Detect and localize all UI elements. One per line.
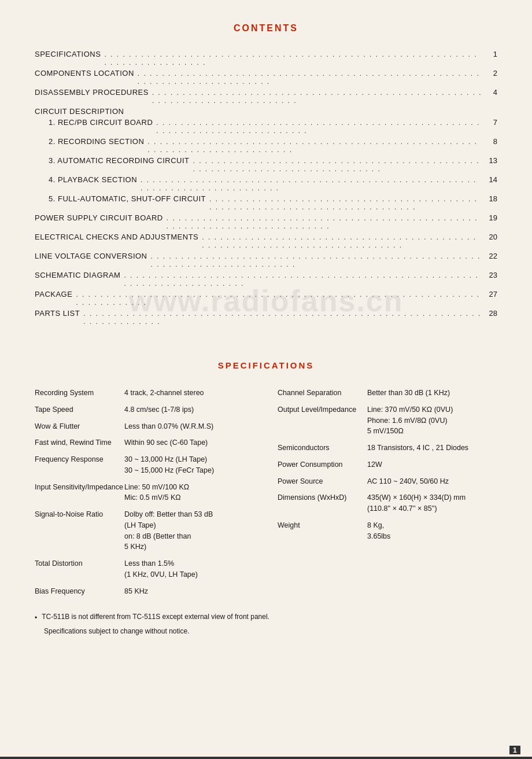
spec-item: Input Sensitivity/ImpedanceLine: 50 mV/1… bbox=[35, 482, 254, 504]
specs-columns: Recording System4 track, 2-channel stere… bbox=[35, 388, 497, 602]
spec-label: Tape Speed bbox=[35, 404, 124, 415]
toc-dots: . . . . . . . . . . . . . . . . . . . . … bbox=[104, 50, 482, 67]
spec-item: Power Consumption12W bbox=[278, 459, 497, 470]
spec-label: Semiconductors bbox=[278, 443, 367, 454]
contents-title: CONTENTS bbox=[35, 23, 497, 34]
page-wrapper: CONTENTS SPECIFICATIONS. . . . . . . . .… bbox=[0, 0, 532, 759]
toc-item-label: 4. PLAYBACK SECTION bbox=[49, 175, 137, 184]
spec-item: Wow & FlutterLess than 0.07% (W.R.M.S) bbox=[35, 421, 254, 432]
toc-item: 2. RECORDING SECTION. . . . . . . . . . … bbox=[35, 137, 497, 154]
spec-note-text: TC-511B is not different from TC-511S ex… bbox=[42, 611, 269, 622]
toc-dots: . . . . . . . . . . . . . . . . . . . . … bbox=[76, 290, 482, 307]
toc-page-number: 27 bbox=[486, 290, 497, 299]
toc-page-number: 13 bbox=[486, 156, 497, 165]
spec-value: 8 Kg,3.65lbs bbox=[367, 520, 497, 542]
toc-item-label: PARTS LIST bbox=[35, 309, 80, 318]
spec-label: Channel Separation bbox=[278, 388, 367, 399]
spec-item: Channel SeparationBetter than 30 dB (1 K… bbox=[278, 388, 497, 399]
spec-value: 12W bbox=[367, 459, 497, 470]
toc-item: DISASSEMBLY PROCEDURES. . . . . . . . . … bbox=[35, 88, 497, 105]
spec-item: Total DistortionLess than 1.5%(1 KHz, 0V… bbox=[35, 558, 254, 580]
toc-page-number: 2 bbox=[486, 69, 497, 78]
toc-item: COMPONENTS LOCATION. . . . . . . . . . .… bbox=[35, 69, 497, 86]
contents-section: CONTENTS SPECIFICATIONS. . . . . . . . .… bbox=[35, 23, 497, 326]
spec-label: Weight bbox=[278, 520, 367, 531]
spec-label: Total Distortion bbox=[35, 558, 124, 569]
toc-page-number: 4 bbox=[486, 88, 497, 97]
toc-dots: . . . . . . . . . . . . . . . . . . . . … bbox=[83, 310, 482, 326]
toc-page-number: 18 bbox=[486, 194, 497, 203]
toc-page-number: 20 bbox=[486, 233, 497, 241]
spec-value: Dolby off: Better than 53 dB (LH Tape) o… bbox=[124, 509, 254, 552]
spec-value: 85 KHz bbox=[124, 586, 254, 597]
toc-item: 4. PLAYBACK SECTION. . . . . . . . . . .… bbox=[35, 175, 497, 192]
toc-item-label: POWER SUPPLY CIRCUIT BOARD bbox=[35, 213, 163, 222]
toc-dots: . . . . . . . . . . . . . . . . . . . . … bbox=[141, 176, 482, 192]
toc-page-number: 22 bbox=[486, 252, 497, 260]
toc-page-number: 1 bbox=[486, 50, 497, 58]
toc-page-number: 14 bbox=[486, 175, 497, 184]
specs-notes: •TC-511B is not different from TC-511S e… bbox=[35, 611, 497, 637]
toc-item-label: CIRCUIT DESCRIPTION bbox=[35, 107, 124, 116]
spec-label: Fast wind, Rewind Time bbox=[35, 437, 124, 448]
toc-page-number: 28 bbox=[486, 309, 497, 318]
spec-note-bullet: •TC-511B is not different from TC-511S e… bbox=[35, 611, 497, 624]
toc-dots: . . . . . . . . . . . . . . . . . . . . … bbox=[147, 138, 482, 154]
toc-item: SCHEMATIC DIAGRAM. . . . . . . . . . . .… bbox=[35, 271, 497, 288]
toc-page-number: 23 bbox=[486, 271, 497, 279]
spec-item: Output Level/ImpedanceLine: 370 mV/50 KΩ… bbox=[278, 404, 497, 437]
specs-title: SPECIFICATIONS bbox=[35, 360, 497, 370]
toc-dots: . . . . . . . . . . . . . . . . . . . . … bbox=[124, 271, 482, 288]
toc-dots: . . . . . . . . . . . . . . . . . . . . … bbox=[151, 252, 482, 268]
spec-item: Power SourceAC 110 ~ 240V, 50/60 Hz bbox=[278, 476, 497, 487]
spec-value: Within 90 sec (C-60 Tape) bbox=[124, 437, 254, 448]
toc-dots: . . . . . . . . . . . . . . . . . . . . … bbox=[156, 119, 482, 135]
toc-item: PARTS LIST. . . . . . . . . . . . . . . … bbox=[35, 309, 497, 326]
toc-item-label: DISASSEMBLY PROCEDURES bbox=[35, 88, 149, 97]
spec-item: Tape Speed4.8 cm/sec (1-7/8 ips) bbox=[35, 404, 254, 415]
spec-value: AC 110 ~ 240V, 50/60 Hz bbox=[367, 476, 497, 487]
toc-item-label: 5. FULL-AUTOMATIC, SHUT-OFF CIRCUIT bbox=[49, 194, 206, 203]
toc-dots: . . . . . . . . . . . . . . . . . . . . … bbox=[138, 69, 482, 86]
spec-value: 435(W) × 160(H) × 334(D) mm(110.8'' × 40… bbox=[367, 492, 497, 514]
spec-item: Weight8 Kg,3.65lbs bbox=[278, 520, 497, 542]
spec-item: Fast wind, Rewind TimeWithin 90 sec (C-6… bbox=[35, 437, 254, 448]
toc-item: PACKAGE. . . . . . . . . . . . . . . . .… bbox=[35, 290, 497, 307]
toc-item-label: 1. REC/PB CIRCUIT BOARD bbox=[49, 118, 153, 127]
toc-item: POWER SUPPLY CIRCUIT BOARD. . . . . . . … bbox=[35, 213, 497, 230]
spec-value: 4 track, 2-channel stereo bbox=[124, 388, 254, 399]
spec-label: Power Consumption bbox=[278, 459, 367, 470]
toc-item: SPECIFICATIONS. . . . . . . . . . . . . … bbox=[35, 50, 497, 67]
spec-item: Signal-to-Noise RatioDolby off: Better t… bbox=[35, 509, 254, 552]
spec-label: Wow & Flutter bbox=[35, 421, 124, 432]
toc-dots: . . . . . . . . . . . . . . . . . . . . … bbox=[152, 89, 482, 105]
spec-label: Frequency Response bbox=[35, 454, 124, 465]
toc-item-label: SPECIFICATIONS bbox=[35, 50, 101, 58]
spec-item: Bias Frequency85 KHz bbox=[35, 586, 254, 597]
spec-label: Recording System bbox=[35, 388, 124, 399]
spec-value: 4.8 cm/sec (1-7/8 ips) bbox=[124, 404, 254, 415]
toc-item: 3. AUTOMATIC RECORDING CIRCUIT. . . . . … bbox=[35, 156, 497, 173]
toc-item-label: COMPONENTS LOCATION bbox=[35, 69, 134, 78]
toc-page-number: 19 bbox=[486, 213, 497, 222]
toc-page-number: 7 bbox=[486, 118, 497, 127]
spec-note-plain: Specifications subject to change without… bbox=[35, 626, 497, 637]
spec-value: Line: 50 mV/100 KΩMic: 0.5 mV/5 KΩ bbox=[124, 482, 254, 504]
toc-item-label: SCHEMATIC DIAGRAM bbox=[35, 271, 120, 279]
toc-item-label: ELECTRICAL CHECKS AND ADJUSTMENTS bbox=[35, 233, 198, 241]
toc-item: LINE VOLTAGE CONVERSION. . . . . . . . .… bbox=[35, 252, 497, 268]
toc-item-label: PACKAGE bbox=[35, 290, 72, 299]
spec-label: Signal-to-Noise Ratio bbox=[35, 509, 124, 520]
spec-label: Dimensions (WxHxD) bbox=[278, 492, 367, 503]
specs-right-col: Channel SeparationBetter than 30 dB (1 K… bbox=[278, 388, 497, 602]
spec-label: Power Source bbox=[278, 476, 367, 487]
toc-dots: . . . . . . . . . . . . . . . . . . . . … bbox=[167, 214, 482, 230]
spec-value: 18 Transistors, 4 IC , 21 Diodes bbox=[367, 443, 497, 454]
specs-content: Recording System4 track, 2-channel stere… bbox=[35, 388, 497, 638]
spec-item: Semiconductors18 Transistors, 4 IC , 21 … bbox=[278, 443, 497, 454]
toc-item-label: LINE VOLTAGE CONVERSION bbox=[35, 252, 147, 260]
spec-value: Line: 370 mV/50 KΩ (0VU)Phone: 1.6 mV/8Ω… bbox=[367, 404, 497, 437]
toc-item-label: 2. RECORDING SECTION bbox=[49, 137, 144, 146]
spec-value: Less than 0.07% (W.R.M.S) bbox=[124, 421, 254, 432]
spec-value: Better than 30 dB (1 KHz) bbox=[367, 388, 497, 399]
